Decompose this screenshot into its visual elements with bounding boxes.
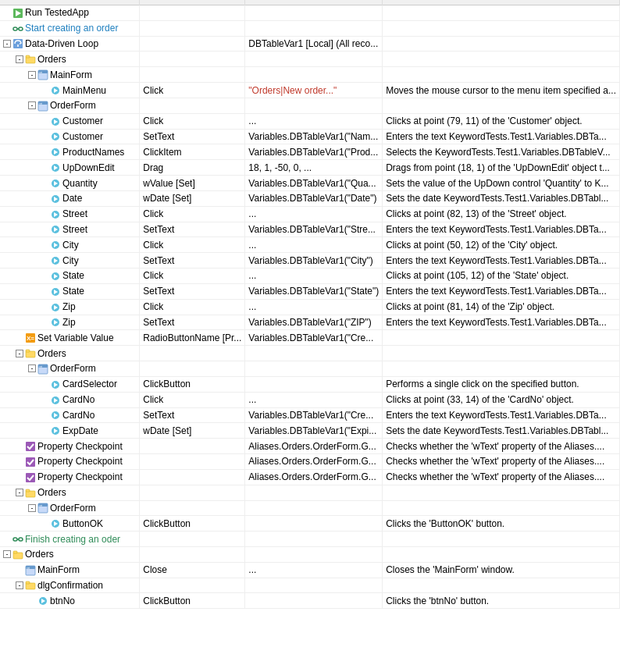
expander-icon[interactable]: -	[3, 40, 11, 48]
table-row[interactable]: StateClick...Clicks at point (105, 12) o…	[0, 268, 620, 284]
item-label: OrderForm	[50, 363, 96, 374]
property-check-icon	[25, 440, 37, 452]
no-expander	[41, 520, 48, 528]
action-icon	[50, 254, 62, 266]
table-row[interactable]: Property CheckpointAliases.Orders.OrderF…	[0, 439, 620, 454]
no-expander	[41, 133, 48, 140]
table-row[interactable]: -Orders	[0, 485, 620, 500]
table-row[interactable]: Run TestedApp	[0, 5, 620, 21]
no-expander	[41, 427, 48, 435]
table-row[interactable]: X=Set Variable ValueRadioButtonName [Pr.…	[0, 330, 620, 346]
value-cell: ...	[245, 268, 383, 284]
item-label: State	[62, 270, 84, 281]
table-row[interactable]: UpDownEditDrag18, 1, -50, 0, ...Drags fr…	[0, 160, 620, 176]
value-cell	[245, 578, 383, 593]
expander-icon[interactable]: -	[16, 350, 23, 357]
table-row[interactable]: ExpDatewDate [Set]Variables.DBTableVar1(…	[0, 423, 620, 439]
value-cell	[245, 346, 383, 361]
table-row[interactable]: -netOrderForm	[0, 98, 620, 113]
item-label: City	[62, 240, 79, 251]
table-row[interactable]: btnNoClickButtonClicks the 'btnNo' butto…	[0, 593, 620, 609]
expander-icon[interactable]: -	[28, 504, 36, 512]
table-row[interactable]: CardNoSetTextVariables.DBTableVar1("Cre.…	[0, 407, 620, 423]
table-row[interactable]: CitySetTextVariables.DBTableVar1("City")…	[0, 253, 620, 268]
expander-icon[interactable]: -	[16, 489, 23, 496]
svg-text:net: net	[27, 567, 30, 570]
item-label: Zip	[62, 317, 76, 328]
operation-cell	[140, 469, 245, 485]
table-row[interactable]: CardSelectorClickButtonPerforms a single…	[0, 376, 620, 392]
operation-cell	[140, 67, 245, 83]
svg-rect-72	[19, 538, 23, 541]
table-row[interactable]: -Orders	[0, 346, 620, 361]
net-window-icon: net	[37, 100, 50, 112]
operation-cell: Click	[140, 392, 245, 407]
net-window-icon: net	[25, 564, 37, 576]
svg-text:X=: X=	[27, 335, 34, 342]
svg-rect-2	[13, 27, 17, 30]
table-row[interactable]: ZipSetTextVariables.DBTableVar1("ZIP")En…	[0, 315, 620, 330]
description-cell	[383, 578, 620, 593]
table-row[interactable]: netMainFormClose...Closes the 'MainForm'…	[0, 562, 620, 578]
table-row[interactable]: StreetSetTextVariables.DBTableVar1("Stre…	[0, 222, 620, 237]
folder-icon	[25, 487, 37, 499]
svg-text:net: net	[39, 71, 42, 74]
no-expander	[41, 194, 48, 202]
table-row[interactable]: StreetClick...Clicks at point (82, 13) o…	[0, 206, 620, 222]
table-row[interactable]: StateSetTextVariables.DBTableVar1("State…	[0, 283, 620, 299]
item-label: ExpDate	[62, 425, 98, 436]
table-row[interactable]: CardNoClick...Clicks at point (33, 14) o…	[0, 392, 620, 407]
item-label: Orders	[37, 487, 66, 498]
operation-cell	[140, 52, 245, 67]
value-cell	[245, 376, 383, 392]
table-row[interactable]: -netOrderForm	[0, 500, 620, 516]
action-icon	[50, 177, 62, 189]
no-expander	[41, 226, 48, 233]
table-row[interactable]: Property CheckpointAliases.Orders.OrderF…	[0, 454, 620, 470]
description-cell	[383, 52, 620, 67]
expander-icon[interactable]: -	[16, 55, 23, 63]
table-row[interactable]: CityClick...Clicks at point (50, 12) of …	[0, 237, 620, 253]
table-row[interactable]: CustomerSetTextVariables.DBTableVar1("Na…	[0, 129, 620, 144]
svg-rect-3	[19, 27, 23, 30]
description-cell	[383, 36, 620, 52]
description-cell: Enters the text KeywordTests.Test1.Varia…	[383, 315, 620, 330]
table-row[interactable]: -Data-Driven LoopDBTableVar1 [Local] (Al…	[0, 36, 620, 52]
table-row[interactable]: DatewDate [Set]Variables.DBTableVar1("Da…	[0, 190, 620, 206]
expander-icon[interactable]: -	[3, 550, 11, 558]
item-label: CardNo	[62, 410, 94, 421]
svg-rect-49	[26, 350, 30, 352]
table-row[interactable]: CustomerClick...Clicks at point (79, 11)…	[0, 113, 620, 129]
table-row[interactable]: ZipClick...Clicks at point (81, 14) of t…	[0, 299, 620, 315]
table-row[interactable]: -netOrderForm	[0, 361, 620, 377]
operation-cell	[140, 20, 245, 36]
description-cell: Sets the date KeywordTests.Test1.Variabl…	[383, 423, 620, 439]
description-cell: Clicks at point (50, 12) of the 'City' o…	[383, 237, 620, 253]
operation-cell: ClickButton	[140, 516, 245, 532]
expander-icon[interactable]: -	[28, 364, 36, 372]
table-row[interactable]: -netMainForm	[0, 67, 620, 83]
expander-icon[interactable]: -	[28, 71, 36, 79]
item-label: Street	[62, 224, 87, 235]
table-row[interactable]: Finish creating an oder	[0, 532, 620, 547]
table-row[interactable]: -Orders	[0, 546, 620, 562]
item-label: ProductNames	[62, 147, 124, 158]
action-icon	[50, 146, 62, 158]
expander-icon[interactable]: -	[16, 581, 23, 589]
property-check-icon	[25, 456, 37, 468]
table-row[interactable]: QuantitywValue [Set]Variables.DBTableVar…	[0, 176, 620, 191]
table-row[interactable]: Property CheckpointAliases.Orders.OrderF…	[0, 469, 620, 485]
table-row[interactable]: -dlgConfirmation	[0, 578, 620, 593]
table-row[interactable]: ButtonOKClickButtonClicks the 'ButtonOK'…	[0, 516, 620, 532]
table-row[interactable]: -Orders	[0, 52, 620, 67]
svg-rect-65	[26, 489, 30, 492]
table-row[interactable]: ProductNamesClickItemVariables.DBTableVa…	[0, 144, 620, 160]
value-cell	[245, 20, 383, 36]
table-row[interactable]: MainMenuClick"Orders|New order..."Moves …	[0, 83, 620, 98]
operation-cell	[140, 532, 245, 547]
value-cell	[245, 500, 383, 516]
expander-icon[interactable]: -	[28, 101, 36, 109]
table-row[interactable]: Start creating an order	[0, 20, 620, 36]
svg-text:net: net	[39, 102, 42, 105]
description-cell: Enters the text KeywordTests.Test1.Varia…	[383, 253, 620, 268]
